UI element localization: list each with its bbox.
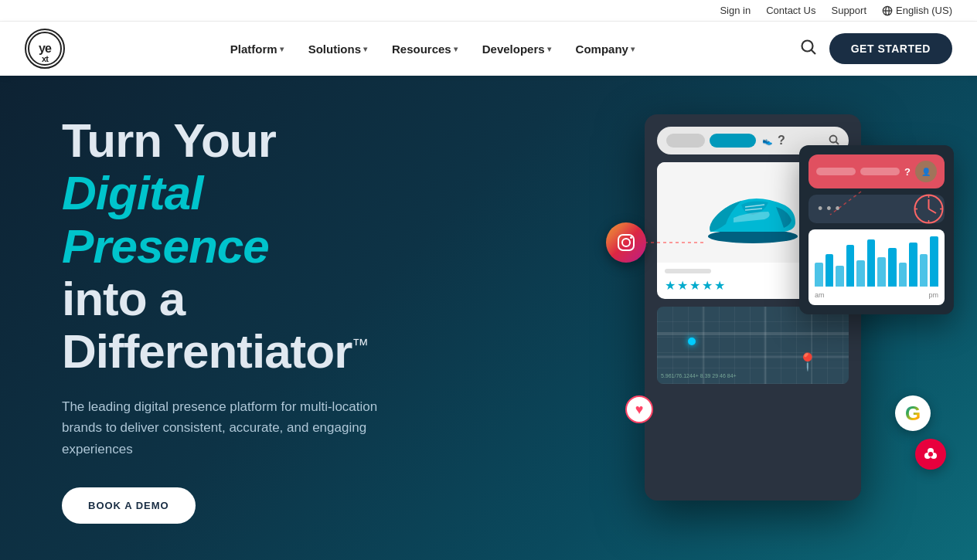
nav-item-solutions[interactable]: Solutions ▾	[298, 36, 378, 62]
chat-pill-2	[860, 168, 900, 175]
language-label: English (US)	[896, 5, 952, 16]
utility-bar: Sign in Contact Us Support English (US)	[0, 0, 977, 22]
shoe-image	[699, 178, 807, 247]
yext-flower-badge	[915, 439, 946, 470]
search-question-mark: ?	[778, 134, 785, 148]
globe-icon	[882, 5, 893, 16]
chart-bar-7	[888, 248, 897, 287]
svg-point-9	[622, 239, 630, 246]
nav-item-developers[interactable]: Developers ▾	[471, 36, 562, 62]
svg-line-27	[929, 209, 937, 214]
chart-bar-9	[909, 243, 917, 287]
nav-item-platform[interactable]: Platform ▾	[220, 36, 294, 62]
contact-us-link[interactable]: Contact Us	[766, 5, 815, 16]
yext-logo[interactable]: ye xt	[25, 29, 65, 69]
nav-right: GET STARTED	[800, 33, 952, 64]
svg-text:xt: xt	[42, 54, 49, 63]
search-pill-1	[666, 134, 705, 148]
map-area: 📍 5.961/76.1244+ 8.39 29 46 84+	[657, 307, 849, 384]
google-g-letter: G	[905, 402, 921, 426]
chart-area	[815, 236, 938, 290]
map-pin: 📍	[797, 352, 818, 372]
hero-subtitle: The leading digital presence platform fo…	[62, 396, 402, 460]
svg-point-24	[928, 452, 933, 456]
chart-bar-2	[836, 266, 844, 287]
map-coordinates: 5.961/76.1244+ 8.39 29 46 84+	[661, 372, 737, 380]
book-demo-button[interactable]: BOOK A DEMO	[62, 487, 196, 524]
svg-point-10	[630, 236, 632, 239]
sign-in-link[interactable]: Sign in	[720, 5, 751, 16]
chat-pill-1	[816, 168, 856, 175]
language-selector[interactable]: English (US)	[882, 5, 952, 16]
chart-bar-8	[899, 263, 907, 287]
solutions-chevron-icon: ▾	[363, 45, 367, 53]
chart-bar-10	[920, 254, 928, 287]
chart-labels: am pm	[815, 291, 938, 299]
platform-chevron-icon: ▾	[280, 45, 284, 53]
support-link[interactable]: Support	[831, 5, 866, 16]
hero-content: Turn Your Digital Presence into a Differ…	[0, 114, 464, 524]
chart-bar-6	[877, 257, 886, 287]
hero-title-line1: Turn Your	[62, 114, 402, 167]
svg-line-12	[836, 141, 839, 144]
chart-bar-3	[846, 245, 855, 287]
chart-bar-1	[826, 254, 834, 287]
hero-section: Turn Your Digital Presence into a Differ…	[0, 76, 977, 560]
hero-illustration: 👟 ?	[583, 99, 954, 539]
svg-text:ye: ye	[39, 42, 52, 55]
google-badge: G	[895, 395, 931, 431]
company-chevron-icon: ▾	[631, 45, 635, 53]
mockup-container: 👟 ?	[583, 99, 954, 539]
chart-bar-5	[867, 239, 876, 287]
hero-title-line2: Digital Presence	[62, 167, 402, 272]
star-2: ★	[677, 278, 688, 293]
chat-question-mark: ?	[904, 166, 911, 178]
svg-point-6	[802, 40, 812, 51]
chart-bar-0	[815, 263, 823, 287]
chat-panel: ? 👤 • • • am pm	[799, 145, 954, 314]
main-navbar: ye xt Platform ▾ Solutions ▾ Resources ▾…	[0, 22, 977, 76]
avatar: 👤	[915, 161, 937, 182]
heart-badge: ♥	[625, 395, 653, 423]
svg-point-11	[830, 135, 837, 142]
developers-chevron-icon: ▾	[547, 45, 551, 53]
star-3: ★	[689, 278, 700, 293]
instagram-badge	[606, 222, 646, 263]
chat-bar-red: ? 👤	[808, 154, 945, 188]
product-rating-bar	[665, 269, 711, 273]
resources-chevron-icon: ▾	[454, 45, 458, 53]
search-pill-active	[710, 134, 756, 148]
hero-title-line3: into a Differentiator™	[62, 273, 402, 378]
get-started-button[interactable]: GET STARTED	[829, 33, 952, 64]
nav-links: Platform ▾ Solutions ▾ Resources ▾ Devel…	[220, 36, 645, 62]
map-location-dot	[688, 338, 696, 345]
logo-area[interactable]: ye xt	[25, 29, 65, 69]
star-5: ★	[714, 278, 725, 293]
clock-decoration	[911, 192, 946, 226]
chart-bar-11	[930, 236, 938, 287]
svg-line-7	[811, 49, 815, 54]
star-4: ★	[702, 278, 713, 293]
search-button[interactable]	[800, 39, 817, 59]
star-1: ★	[665, 278, 676, 293]
chart-bar-4	[856, 260, 865, 287]
nav-item-company[interactable]: Company ▾	[565, 36, 645, 62]
nav-item-resources[interactable]: Resources ▾	[381, 36, 468, 62]
analytics-panel: am pm	[808, 229, 945, 305]
